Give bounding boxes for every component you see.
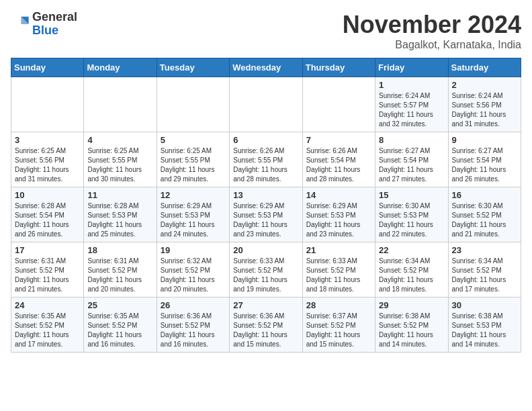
calendar-cell: 17Sunrise: 6:31 AM Sunset: 5:52 PM Dayli… [11, 242, 84, 298]
day-info: Sunrise: 6:24 AM Sunset: 5:56 PM Dayligh… [452, 91, 517, 129]
title-area: November 2024 Bagalkot, Karnataka, India [343, 11, 521, 51]
day-number: 13 [233, 190, 298, 200]
col-header-thursday: Thursday [302, 58, 375, 77]
calendar-cell: 27Sunrise: 6:36 AM Sunset: 5:52 PM Dayli… [230, 298, 302, 353]
day-info: Sunrise: 6:26 AM Sunset: 5:55 PM Dayligh… [233, 146, 298, 184]
calendar-cell: 25Sunrise: 6:35 AM Sunset: 5:52 PM Dayli… [84, 298, 157, 353]
calendar-cell: 4Sunrise: 6:25 AM Sunset: 5:55 PM Daylig… [84, 132, 157, 187]
day-number: 12 [161, 190, 226, 200]
calendar-week-row: 24Sunrise: 6:35 AM Sunset: 5:52 PM Dayli… [11, 298, 521, 353]
day-info: Sunrise: 6:36 AM Sunset: 5:52 PM Dayligh… [161, 312, 226, 349]
calendar-cell: 18Sunrise: 6:31 AM Sunset: 5:52 PM Dayli… [84, 242, 157, 298]
calendar-cell: 29Sunrise: 6:38 AM Sunset: 5:52 PM Dayli… [375, 298, 448, 353]
calendar-cell: 6Sunrise: 6:26 AM Sunset: 5:55 PM Daylig… [230, 132, 302, 187]
calendar-cell [11, 77, 84, 132]
day-number: 26 [161, 300, 226, 310]
day-number: 17 [15, 245, 80, 255]
calendar-week-row: 10Sunrise: 6:28 AM Sunset: 5:54 PM Dayli… [11, 187, 521, 242]
day-info: Sunrise: 6:32 AM Sunset: 5:52 PM Dayligh… [161, 257, 226, 294]
day-info: Sunrise: 6:25 AM Sunset: 5:56 PM Dayligh… [15, 146, 80, 184]
calendar-cell [84, 77, 157, 132]
day-number: 19 [161, 245, 226, 255]
day-info: Sunrise: 6:36 AM Sunset: 5:52 PM Dayligh… [233, 312, 298, 349]
calendar-cell: 9Sunrise: 6:27 AM Sunset: 5:54 PM Daylig… [448, 132, 521, 187]
calendar-cell: 12Sunrise: 6:29 AM Sunset: 5:53 PM Dayli… [157, 187, 229, 242]
day-number: 5 [161, 135, 226, 145]
day-info: Sunrise: 6:38 AM Sunset: 5:52 PM Dayligh… [379, 312, 444, 349]
logo-icon [11, 15, 30, 34]
day-number: 25 [87, 300, 152, 310]
month-title: November 2024 [343, 11, 521, 39]
day-info: Sunrise: 6:28 AM Sunset: 5:53 PM Dayligh… [87, 201, 152, 239]
calendar-table: SundayMondayTuesdayWednesdayThursdayFrid… [11, 58, 521, 353]
calendar-week-row: 1Sunrise: 6:24 AM Sunset: 5:57 PM Daylig… [11, 77, 521, 132]
logo: General Blue [11, 11, 77, 38]
calendar-week-row: 3Sunrise: 6:25 AM Sunset: 5:56 PM Daylig… [11, 132, 521, 187]
day-info: Sunrise: 6:27 AM Sunset: 5:54 PM Dayligh… [452, 146, 517, 184]
day-info: Sunrise: 6:31 AM Sunset: 5:52 PM Dayligh… [15, 257, 80, 294]
day-number: 6 [233, 135, 298, 145]
day-number: 9 [452, 135, 517, 145]
calendar-week-row: 17Sunrise: 6:31 AM Sunset: 5:52 PM Dayli… [11, 242, 521, 298]
calendar-cell: 20Sunrise: 6:33 AM Sunset: 5:52 PM Dayli… [230, 242, 302, 298]
day-number: 28 [306, 300, 371, 310]
day-number: 29 [379, 300, 444, 310]
day-number: 4 [87, 135, 152, 145]
logo-text: General Blue [32, 11, 77, 38]
calendar-cell: 26Sunrise: 6:36 AM Sunset: 5:52 PM Dayli… [157, 298, 229, 353]
day-info: Sunrise: 6:33 AM Sunset: 5:52 PM Dayligh… [306, 257, 371, 294]
day-number: 7 [306, 135, 371, 145]
day-info: Sunrise: 6:34 AM Sunset: 5:52 PM Dayligh… [379, 257, 444, 294]
day-number: 18 [87, 245, 152, 255]
day-number: 1 [379, 80, 444, 90]
day-number: 8 [379, 135, 444, 145]
calendar-cell: 5Sunrise: 6:25 AM Sunset: 5:55 PM Daylig… [157, 132, 229, 187]
day-number: 10 [15, 190, 80, 200]
calendar-header-row: SundayMondayTuesdayWednesdayThursdayFrid… [11, 58, 521, 77]
calendar-cell: 23Sunrise: 6:34 AM Sunset: 5:52 PM Dayli… [448, 242, 521, 298]
day-info: Sunrise: 6:27 AM Sunset: 5:54 PM Dayligh… [379, 146, 444, 184]
day-info: Sunrise: 6:37 AM Sunset: 5:52 PM Dayligh… [306, 312, 371, 349]
day-number: 24 [15, 300, 80, 310]
calendar-cell: 7Sunrise: 6:26 AM Sunset: 5:54 PM Daylig… [302, 132, 375, 187]
day-info: Sunrise: 6:34 AM Sunset: 5:52 PM Dayligh… [452, 257, 517, 294]
calendar-cell [302, 77, 375, 132]
calendar-cell: 1Sunrise: 6:24 AM Sunset: 5:57 PM Daylig… [375, 77, 448, 132]
calendar-cell: 3Sunrise: 6:25 AM Sunset: 5:56 PM Daylig… [11, 132, 84, 187]
day-number: 11 [87, 190, 152, 200]
day-info: Sunrise: 6:29 AM Sunset: 5:53 PM Dayligh… [233, 201, 298, 239]
calendar-cell: 15Sunrise: 6:30 AM Sunset: 5:53 PM Dayli… [375, 187, 448, 242]
day-info: Sunrise: 6:30 AM Sunset: 5:53 PM Dayligh… [379, 201, 444, 239]
calendar-cell: 16Sunrise: 6:30 AM Sunset: 5:52 PM Dayli… [448, 187, 521, 242]
day-info: Sunrise: 6:31 AM Sunset: 5:52 PM Dayligh… [87, 257, 152, 294]
calendar-cell: 14Sunrise: 6:29 AM Sunset: 5:53 PM Dayli… [302, 187, 375, 242]
calendar-cell: 28Sunrise: 6:37 AM Sunset: 5:52 PM Dayli… [302, 298, 375, 353]
calendar-cell: 11Sunrise: 6:28 AM Sunset: 5:53 PM Dayli… [84, 187, 157, 242]
day-number: 21 [306, 245, 371, 255]
calendar-cell: 24Sunrise: 6:35 AM Sunset: 5:52 PM Dayli… [11, 298, 84, 353]
col-header-tuesday: Tuesday [157, 58, 229, 77]
day-info: Sunrise: 6:28 AM Sunset: 5:54 PM Dayligh… [15, 201, 80, 239]
day-number: 2 [452, 80, 517, 90]
calendar-cell: 2Sunrise: 6:24 AM Sunset: 5:56 PM Daylig… [448, 77, 521, 132]
day-number: 3 [15, 135, 80, 145]
col-header-wednesday: Wednesday [230, 58, 302, 77]
day-info: Sunrise: 6:30 AM Sunset: 5:52 PM Dayligh… [452, 201, 517, 239]
day-info: Sunrise: 6:24 AM Sunset: 5:57 PM Dayligh… [379, 91, 444, 129]
day-info: Sunrise: 6:35 AM Sunset: 5:52 PM Dayligh… [87, 312, 152, 349]
day-info: Sunrise: 6:25 AM Sunset: 5:55 PM Dayligh… [87, 146, 152, 184]
day-info: Sunrise: 6:33 AM Sunset: 5:52 PM Dayligh… [233, 257, 298, 294]
day-number: 30 [452, 300, 517, 310]
calendar-cell [230, 77, 302, 132]
day-info: Sunrise: 6:29 AM Sunset: 5:53 PM Dayligh… [161, 201, 226, 239]
col-header-monday: Monday [84, 58, 157, 77]
col-header-friday: Friday [375, 58, 448, 77]
page-header: General Blue November 2024 Bagalkot, Kar… [11, 11, 521, 51]
location-title: Bagalkot, Karnataka, India [343, 39, 521, 51]
col-header-saturday: Saturday [448, 58, 521, 77]
calendar-cell [157, 77, 229, 132]
day-number: 22 [379, 245, 444, 255]
calendar-cell: 10Sunrise: 6:28 AM Sunset: 5:54 PM Dayli… [11, 187, 84, 242]
col-header-sunday: Sunday [11, 58, 84, 77]
day-info: Sunrise: 6:38 AM Sunset: 5:53 PM Dayligh… [452, 312, 517, 349]
